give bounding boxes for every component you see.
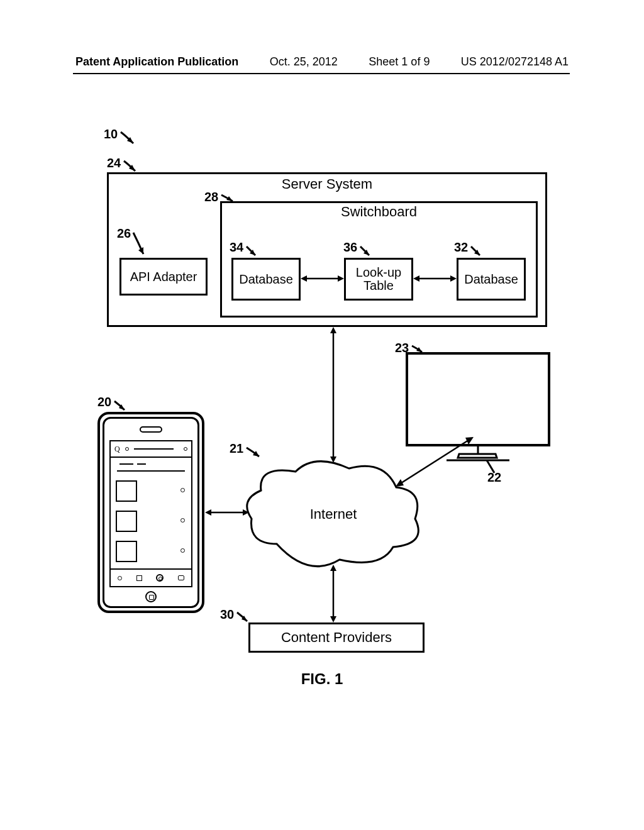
- list-item: [111, 507, 191, 537]
- lookup-table-box: Look-up Table: [344, 258, 413, 301]
- phone-bottom-bar: [111, 568, 191, 586]
- header-publication-type: Patent Application Publication: [75, 55, 238, 69]
- phone-speaker: [140, 426, 162, 433]
- svg-marker-28: [330, 616, 336, 622]
- content-providers-label: Content Providers: [281, 629, 392, 646]
- database-32-label: Database: [464, 272, 518, 287]
- ref-32: 32: [454, 240, 468, 255]
- database-34-label: Database: [239, 272, 293, 287]
- arrow-internet-display: [393, 434, 475, 490]
- svg-marker-12: [450, 275, 457, 282]
- phone-status-line: [134, 448, 174, 450]
- server-system-label: Server System: [94, 176, 560, 192]
- ref-26: 26: [117, 226, 131, 241]
- switchboard-label: Switchboard: [220, 204, 538, 220]
- list-item: [111, 477, 191, 507]
- arrow-phone-internet: [205, 508, 249, 517]
- ref-24: 24: [107, 156, 121, 170]
- ref-20: 20: [97, 395, 111, 409]
- database-32-box: Database: [457, 258, 526, 301]
- leader-22: [486, 459, 498, 474]
- header-sheet: Sheet 1 of 9: [369, 55, 430, 69]
- arrow-lookup-db32: [413, 274, 457, 283]
- nav-icon: [156, 574, 164, 582]
- leader-26: [132, 231, 151, 257]
- leader-10: [119, 131, 138, 150]
- svg-marker-3: [226, 196, 233, 201]
- ref-28: 28: [204, 190, 218, 204]
- ref-30: 30: [220, 607, 234, 622]
- svg-marker-19: [330, 456, 336, 463]
- svg-marker-27: [330, 565, 336, 571]
- ref-10: 10: [104, 127, 118, 141]
- phone-bezel: Q: [103, 417, 199, 608]
- svg-marker-8: [301, 275, 307, 282]
- nav-icon: [136, 575, 142, 581]
- svg-marker-11: [413, 275, 419, 282]
- header-pub-number: US 2012/0272148 A1: [461, 55, 569, 69]
- leader-32: [470, 245, 484, 259]
- svg-marker-9: [338, 275, 344, 282]
- phone-signal-icon: Q: [114, 445, 120, 454]
- lookup-table-label: Look-up Table: [356, 266, 401, 292]
- phone-screen: Q: [109, 440, 192, 587]
- arrow-internet-content: [329, 565, 338, 622]
- internet-label: Internet: [239, 506, 428, 523]
- arrow-server-internet: [329, 327, 338, 463]
- phone-home-button: [145, 591, 157, 602]
- phone-list: [111, 477, 191, 567]
- svg-line-23: [399, 440, 469, 484]
- svg-marker-18: [330, 327, 336, 333]
- figure-diagram: 10 24 Server System 26 API Adapter 28 Sw…: [94, 119, 553, 673]
- header-date: Oct. 25, 2012: [270, 55, 338, 69]
- leader-34: [245, 245, 259, 259]
- ref-21: 21: [230, 441, 243, 456]
- figure-label: FIG. 1: [0, 670, 644, 688]
- api-adapter-box: API Adapter: [119, 258, 208, 296]
- phone-status-dot: [184, 447, 187, 451]
- ref-34: 34: [230, 240, 243, 255]
- arrow-db34-lookup: [301, 274, 344, 283]
- svg-marker-21: [205, 509, 211, 516]
- phone-status-dot: [125, 447, 129, 451]
- list-item: [111, 537, 191, 567]
- phone-status-bar: Q: [111, 441, 191, 458]
- phone-tab-row: [117, 460, 185, 472]
- database-34-box: Database: [231, 258, 301, 301]
- api-adapter-label: API Adapter: [130, 270, 197, 284]
- content-providers-box: Content Providers: [248, 622, 425, 653]
- display-monitor: [406, 352, 550, 446]
- nav-icon: [118, 576, 122, 580]
- ref-36: 36: [343, 240, 357, 255]
- svg-marker-22: [243, 509, 249, 516]
- mobile-device: Q: [97, 412, 204, 613]
- header-rule: [73, 73, 570, 74]
- leader-36: [359, 245, 373, 259]
- nav-icon: [178, 575, 184, 580]
